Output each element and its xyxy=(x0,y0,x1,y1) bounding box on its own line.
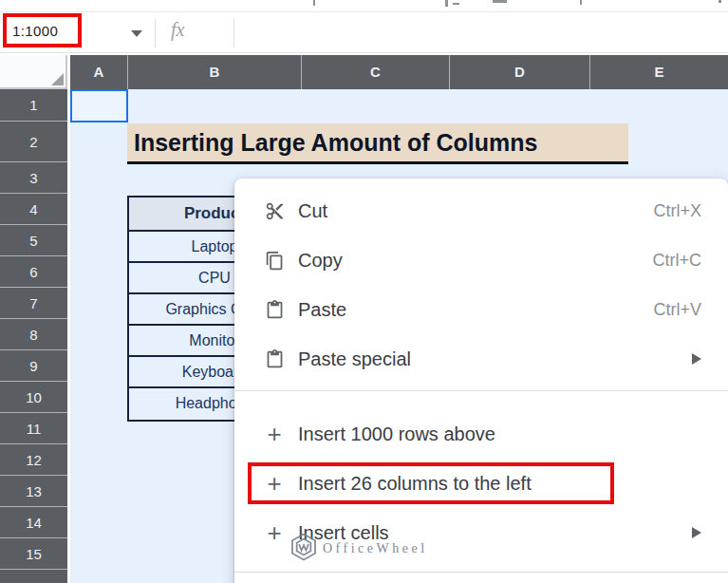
formula-input[interactable] xyxy=(239,13,728,52)
insert-columns-highlight-box xyxy=(248,462,614,504)
row-header-10[interactable]: 10 xyxy=(0,382,67,413)
formula-bar: 1:1000 fx xyxy=(0,13,728,53)
column-header-d[interactable]: D xyxy=(449,55,589,89)
row-header-7[interactable]: 7 xyxy=(0,288,67,319)
toolbar-icon-fragment xyxy=(719,0,721,3)
menu-item-label: Insert 1000 rows above xyxy=(298,423,495,445)
column-header-c[interactable]: C xyxy=(301,55,449,89)
context-menu: Cut Ctrl+X Copy Ctrl+C Paste Ctrl+V Past… xyxy=(234,179,728,583)
menu-item-shortcut: Ctrl+X xyxy=(653,201,701,221)
column-header-a[interactable]: A xyxy=(70,55,127,89)
menu-item-shortcut: Ctrl+C xyxy=(652,251,701,271)
column-header-b[interactable]: B xyxy=(127,55,301,89)
paste-special-icon xyxy=(263,348,286,370)
menu-item-paste[interactable]: Paste Ctrl+V xyxy=(234,285,728,334)
officewheel-logo-icon xyxy=(288,531,320,567)
toolbar-icon-fragment xyxy=(493,0,507,3)
menu-item-label: Cut xyxy=(298,200,327,222)
toolbar-icon-fragment xyxy=(313,0,315,6)
row-header-12[interactable]: 12 xyxy=(0,444,67,476)
row-header-11[interactable]: 11 xyxy=(0,413,67,444)
row-header-3[interactable]: 3 xyxy=(0,162,67,194)
row-header-16-partial[interactable] xyxy=(0,570,67,583)
row-header-6[interactable]: 6 xyxy=(0,256,67,288)
active-cell-a1[interactable] xyxy=(70,89,128,122)
toolbar-clipped-strip xyxy=(0,0,728,12)
column-header-e[interactable]: E xyxy=(589,55,728,89)
row-header-8[interactable]: 8 xyxy=(0,319,67,350)
row-headers: 1 2 3 4 5 6 7 8 9 10 11 12 13 14 15 xyxy=(0,89,67,583)
menu-item-paste-special[interactable]: Paste special xyxy=(234,334,728,384)
plus-icon: + xyxy=(263,423,286,445)
menu-item-label: Paste xyxy=(298,299,346,321)
select-all-triangle-icon xyxy=(51,73,64,85)
submenu-arrow-icon xyxy=(692,527,701,538)
menu-item-label: Copy xyxy=(298,250,343,272)
toolbar-icon-fragment xyxy=(580,0,582,5)
menu-item-cut[interactable]: Cut Ctrl+X xyxy=(234,186,728,235)
row-header-2[interactable]: 2 xyxy=(0,122,67,162)
plus-icon: + xyxy=(263,521,286,544)
sheets-app-window: 1:1000 fx A B C D E 1 2 3 4 5 6 7 8 9 10… xyxy=(0,0,728,583)
divider xyxy=(233,19,234,47)
menu-separator xyxy=(234,390,728,391)
copy-icon xyxy=(263,249,286,272)
row-header-15[interactable]: 15 xyxy=(0,538,67,570)
divider xyxy=(155,19,156,47)
row-header-14[interactable]: 14 xyxy=(0,507,67,538)
select-all-corner[interactable] xyxy=(0,55,67,89)
chevron-down-icon[interactable] xyxy=(131,30,142,37)
fx-icon: fx xyxy=(171,19,184,41)
menu-item-shortcut: Ctrl+V xyxy=(653,300,701,320)
watermark-text: OfficeWheel xyxy=(323,541,428,556)
submenu-arrow-icon xyxy=(692,353,701,365)
name-box-highlight-box xyxy=(3,13,82,47)
toolbar-icon-fragment xyxy=(445,0,448,7)
menu-item-label: Paste special xyxy=(298,348,411,370)
scissors-icon xyxy=(263,199,286,222)
row-header-9[interactable]: 9 xyxy=(0,350,67,382)
row-header-1[interactable]: 1 xyxy=(0,89,67,122)
menu-item-insert-rows[interactable]: + Insert 1000 rows above xyxy=(234,409,728,459)
row-header-13[interactable]: 13 xyxy=(0,476,67,507)
row-header-4[interactable]: 4 xyxy=(0,194,67,225)
toolbar-icon-fragment xyxy=(453,3,459,5)
paste-icon xyxy=(263,298,286,321)
officewheel-watermark: OfficeWheel xyxy=(288,531,428,567)
row-header-5[interactable]: 5 xyxy=(0,225,67,256)
menu-item-copy[interactable]: Copy Ctrl+C xyxy=(234,235,728,285)
menu-separator xyxy=(234,572,728,573)
sheet-title-cell[interactable]: Inserting Large Amount of Columns xyxy=(127,123,628,164)
